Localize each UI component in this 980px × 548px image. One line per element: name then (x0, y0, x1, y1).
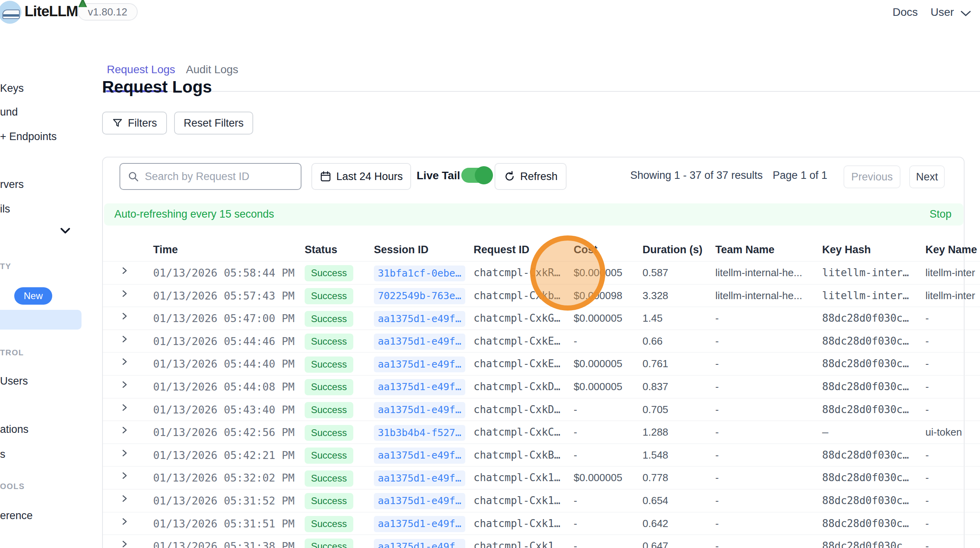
session-id-link[interactable]: aa1375d1-e49f… (374, 539, 465, 548)
session-id-link[interactable]: aa1375d1-e49f… (374, 516, 465, 532)
cell-cost: - (574, 444, 577, 467)
cell-request-id: chatcmpl-CxkE… (474, 330, 560, 353)
row-expand-chevron-icon[interactable] (120, 444, 129, 467)
search-box[interactable] (119, 163, 301, 190)
row-expand-chevron-icon[interactable] (120, 421, 129, 444)
cell-duration: 0.654 (643, 489, 668, 512)
cell-request-id: chatcmpl-CxkB… (474, 444, 560, 467)
search-input[interactable] (145, 171, 294, 183)
previous-page-button[interactable]: Previous (844, 165, 900, 188)
sidebar-item-logs-selected[interactable] (0, 310, 82, 330)
tab-audit-logs[interactable]: Audit Logs (186, 63, 238, 76)
live-tail-toggle[interactable] (461, 168, 491, 183)
row-expand-chevron-icon[interactable] (120, 376, 129, 399)
session-id-link[interactable]: aa1375d1-e49f… (374, 311, 465, 327)
row-expand-chevron-icon[interactable] (120, 399, 129, 422)
new-badge: New (14, 287, 52, 305)
session-id-link[interactable]: aa1375d1-e49f… (374, 379, 465, 395)
session-id-link[interactable]: 7022549b-763e… (374, 288, 465, 304)
row-expand-chevron-icon[interactable] (120, 467, 129, 490)
cell-time: 01/13/2026 05:42:56 PM (153, 421, 295, 444)
cell-team-name: - (715, 375, 719, 398)
sidebar-item-guardrails[interactable]: ils (0, 203, 10, 215)
row-expand-chevron-icon[interactable] (120, 535, 129, 548)
cell-duration: 1.288 (643, 421, 668, 444)
cell-key-hash: 88dc28d0f030c… (822, 353, 909, 375)
row-expand-chevron-icon[interactable] (120, 330, 129, 353)
status-badge: Success (305, 425, 353, 441)
session-id-link[interactable]: 31bfa1cf-0ebe… (374, 265, 465, 282)
cell-duration: 3.328 (643, 284, 668, 307)
chevron-down-icon[interactable] (59, 226, 72, 235)
status-badge: Success (305, 334, 353, 350)
sidebar-item-mcp-servers[interactable]: rvers (0, 178, 24, 191)
row-expand-chevron-icon[interactable] (120, 262, 129, 285)
cell-cost: - (574, 489, 577, 512)
cell-key-hash: 88dc28d0f030c… (822, 398, 909, 421)
cell-key-hash: 88dc28d0f030c… (822, 307, 909, 330)
cell-time: 01/13/2026 05:58:44 PM (153, 262, 295, 284)
cell-key-name: litellm-inter (925, 262, 975, 284)
cell-key-name: ui-token (925, 421, 962, 444)
cell-team-name: - (715, 353, 719, 375)
session-id-link[interactable]: 31b3b4b4-f527… (374, 425, 465, 441)
cell-cost: $0.000005 (574, 353, 622, 375)
sidebar-item-organizations[interactable]: ations (0, 423, 28, 436)
cell-team-name: - (715, 307, 719, 330)
refresh-button[interactable]: Refresh (495, 163, 567, 190)
status-badge: Success (305, 402, 353, 418)
row-expand-chevron-icon[interactable] (120, 490, 129, 513)
cell-duration: 0.705 (643, 398, 668, 421)
next-page-button[interactable]: Next (909, 165, 945, 188)
cell-duration: 0.587 (643, 262, 668, 284)
session-id-link[interactable]: aa1375d1-e49f… (374, 448, 465, 464)
row-expand-chevron-icon[interactable] (120, 285, 129, 308)
cell-cost: - (574, 535, 577, 548)
reset-filters-button[interactable]: Reset Filters (174, 112, 253, 135)
sidebar-item-internal-users[interactable]: Users (0, 375, 28, 387)
session-id-link[interactable]: aa1375d1-e49f… (374, 493, 465, 509)
cell-time: 01/13/2026 05:43:40 PM (153, 398, 295, 421)
status-badge: Success (305, 311, 353, 327)
cell-request-id: chatcmpl-CxkC… (474, 421, 560, 444)
page-title: Request Logs (102, 78, 212, 97)
status-badge: Success (305, 379, 353, 395)
session-id-link[interactable]: aa1375d1-e49f… (374, 470, 465, 487)
session-id-link[interactable]: aa1375d1-e49f… (374, 334, 465, 350)
table-row: 01/13/2026 05:47:00 PM Success aa1375d1-… (103, 307, 980, 330)
row-expand-chevron-icon[interactable] (120, 353, 129, 376)
cell-duration: 1.45 (643, 307, 663, 330)
session-id-link[interactable]: aa1375d1-e49f… (374, 356, 465, 373)
row-expand-chevron-icon[interactable] (120, 307, 129, 330)
cell-cost: - (574, 330, 577, 353)
sidebar-item-virtual-keys[interactable]: Keys (0, 82, 24, 95)
sidebar-item-models-endpoints[interactable]: + Endpoints (0, 131, 57, 143)
docs-link[interactable]: Docs (893, 6, 918, 19)
sidebar-item-api-reference[interactable]: erence (0, 510, 33, 522)
cell-cost: $0.000098 (574, 284, 622, 307)
cell-cost: - (574, 512, 577, 535)
chevron-down-icon[interactable] (959, 9, 972, 17)
tab-request-logs[interactable]: Request Logs (107, 63, 175, 76)
auto-refresh-message: Auto-refreshing every 15 seconds (114, 208, 274, 220)
sidebar-section-header: OOLS (0, 482, 25, 491)
sidebar-item-playground[interactable]: und (0, 106, 18, 118)
cell-request-id: chatcmpl-Cxk1… (474, 489, 560, 512)
sidebar-item-teams[interactable]: s (0, 448, 6, 461)
table-row: 01/13/2026 05:44:08 PM Success aa1375d1-… (103, 375, 980, 398)
cell-request-id: chatcmpl-CxkR… (474, 262, 560, 284)
cell-key-name: - (925, 489, 929, 512)
time-range-button[interactable]: Last 24 Hours (311, 163, 411, 190)
stop-auto-refresh-link[interactable]: Stop (929, 208, 952, 220)
row-expand-chevron-icon[interactable] (120, 513, 129, 536)
cell-key-hash: 88dc28d0f030c… (822, 535, 909, 548)
session-id-link[interactable]: aa1375d1-e49f… (374, 402, 465, 418)
status-badge: Success (305, 356, 353, 373)
christmas-tree-icon (78, 0, 87, 7)
cell-request-id: chatcmpl-CxkD… (474, 398, 560, 421)
table-header: Time Status Session ID Request ID Cost D… (103, 244, 980, 261)
filters-button[interactable]: Filters (102, 112, 167, 135)
cell-key-name: - (925, 375, 929, 398)
user-menu[interactable]: User (931, 6, 954, 19)
cell-team-name: - (715, 466, 719, 489)
